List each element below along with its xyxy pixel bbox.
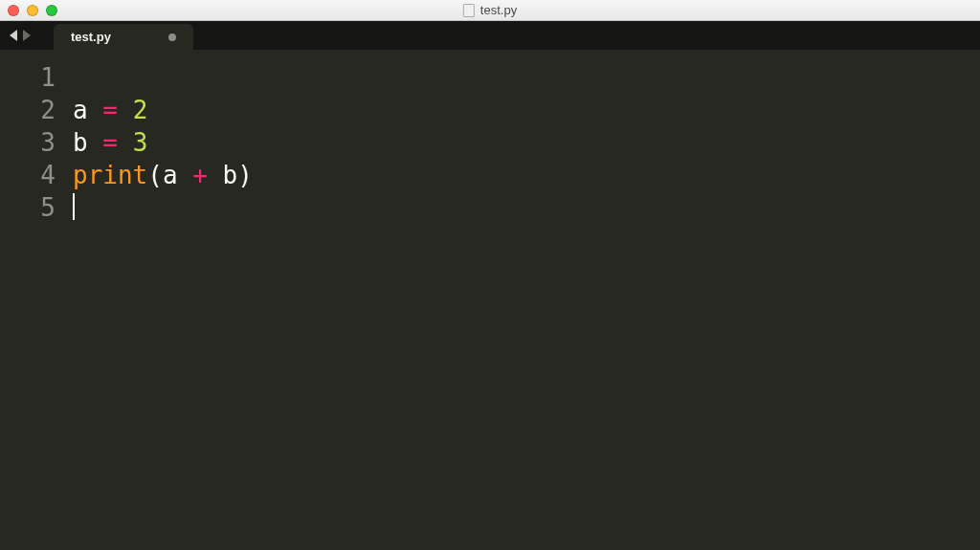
line-number-gutter: 1 2 3 4 5 [0, 61, 69, 550]
code-token-operator: = [88, 96, 133, 124]
code-token-paren: ) [237, 161, 253, 189]
code-token-operator: = [88, 128, 133, 157]
zoom-window-button[interactable] [46, 5, 57, 16]
traffic-lights [8, 5, 57, 16]
line-number: 4 [0, 159, 69, 191]
code-line[interactable]: b = 3 [69, 126, 980, 159]
code-line[interactable]: a = 2 [69, 94, 980, 126]
tab-active[interactable]: test.py [54, 24, 193, 50]
window-title-text: test.py [480, 3, 517, 17]
code-line-current[interactable] [69, 191, 980, 224]
code-area[interactable]: a = 2 b = 3 print(a + b) [69, 61, 980, 550]
line-number-current: 5 [0, 191, 69, 224]
code-token-number: 3 [133, 128, 148, 157]
code-editor[interactable]: 1 2 3 4 5 a = 2 b = 3 print(a + b) [0, 50, 980, 550]
file-icon [463, 4, 475, 17]
code-token-var: b [73, 128, 88, 157]
text-cursor-icon [73, 193, 75, 220]
nav-forward-icon[interactable] [23, 30, 31, 41]
code-token-var: a [73, 96, 88, 124]
nav-arrows [0, 21, 40, 50]
line-number: 2 [0, 94, 69, 126]
code-token-var: b [223, 161, 238, 189]
tab-bar: test.py [0, 21, 980, 50]
tab-dirty-indicator-icon [168, 33, 176, 41]
code-line[interactable] [69, 61, 980, 94]
tab-label: test.py [71, 30, 111, 44]
code-line[interactable]: print(a + b) [69, 159, 980, 191]
minimize-window-button[interactable] [27, 5, 38, 16]
window-titlebar: test.py [0, 0, 980, 21]
line-number: 3 [0, 126, 69, 159]
editor-app: test.py 1 2 3 4 5 a = 2 b = 3 print(a + … [0, 21, 980, 550]
code-token-number: 2 [133, 96, 148, 124]
code-token-builtin: print [73, 161, 147, 189]
code-token-var: a [163, 161, 178, 189]
window-title: test.py [463, 3, 517, 17]
close-window-button[interactable] [8, 5, 19, 16]
code-token-operator: + [178, 161, 223, 189]
line-number: 1 [0, 61, 69, 94]
nav-back-icon[interactable] [10, 30, 17, 41]
code-token-paren: ( [147, 161, 163, 189]
